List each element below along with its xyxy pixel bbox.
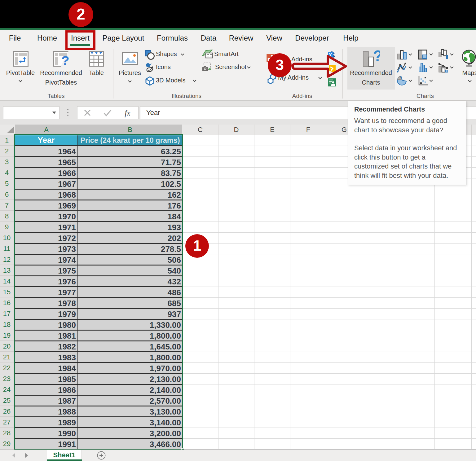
svg-text:?: ? [61,53,69,67]
svg-text:?: ? [373,50,380,65]
